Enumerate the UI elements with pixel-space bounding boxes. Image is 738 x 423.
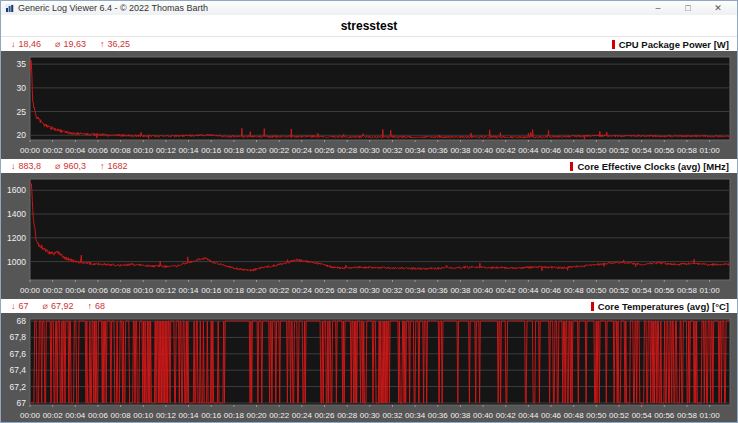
cpu-power-plot[interactable]: 3530252000:0000:0200:0400:0600:0800:1000…	[1, 51, 738, 159]
svg-text:00:38: 00:38	[450, 146, 471, 155]
svg-text:00:44: 00:44	[518, 411, 539, 420]
avg-stat: ⌀67,92	[43, 301, 74, 311]
page-title: stresstest	[341, 19, 398, 33]
core-temps-chart-panel: 6867,867,667,467,26700:0000:0200:0400:06…	[1, 313, 737, 423]
cpu-power-stats: ↓18,46 ⌀19,63 ↑36,25	[11, 39, 130, 49]
core-temps-plot[interactable]: 6867,867,667,467,26700:0000:0200:0400:06…	[1, 313, 738, 423]
cpu-power-legend: CPU Package Power [W]	[612, 39, 729, 50]
svg-text:00:10: 00:10	[133, 411, 154, 420]
svg-text:00:46: 00:46	[541, 146, 562, 155]
core-clocks-stats-bar: ↓883,8 ⌀960,3 ↑1682 Core Effective Clock…	[1, 159, 737, 173]
avg-icon: ⌀	[43, 301, 48, 311]
svg-text:01:00: 01:00	[700, 286, 721, 295]
svg-text:00:28: 00:28	[337, 411, 358, 420]
core-clocks-plot[interactable]: 160014001200100000:0000:0200:0400:0600:0…	[1, 173, 738, 299]
svg-text:00:08: 00:08	[111, 146, 132, 155]
max-stat: ↑1682	[100, 161, 128, 171]
svg-text:00:28: 00:28	[337, 286, 358, 295]
svg-text:00:38: 00:38	[450, 286, 471, 295]
svg-text:00:36: 00:36	[428, 146, 449, 155]
maximize-button[interactable]: □	[673, 1, 703, 15]
svg-text:00:36: 00:36	[428, 286, 449, 295]
avg-value: 960,3	[63, 161, 86, 171]
chart-title-core-clocks: Core Effective Clocks (avg) [MHz]	[577, 161, 729, 172]
avg-value: 19,63	[63, 39, 86, 49]
svg-text:00:30: 00:30	[360, 286, 381, 295]
svg-text:00:26: 00:26	[314, 411, 335, 420]
core-temps-legend: Core Temperatures (avg) [°C]	[591, 301, 729, 312]
max-icon: ↑	[100, 39, 105, 49]
svg-text:00:54: 00:54	[632, 286, 653, 295]
svg-text:00:48: 00:48	[564, 146, 585, 155]
svg-text:00:16: 00:16	[201, 411, 222, 420]
min-value: 883,8	[19, 161, 42, 171]
svg-text:00:32: 00:32	[382, 286, 403, 295]
svg-text:00:12: 00:12	[156, 411, 177, 420]
svg-text:00:42: 00:42	[496, 411, 517, 420]
svg-text:00:20: 00:20	[247, 146, 268, 155]
svg-text:00:12: 00:12	[156, 286, 177, 295]
svg-text:00:20: 00:20	[247, 286, 268, 295]
svg-text:00:50: 00:50	[586, 286, 607, 295]
svg-text:00:18: 00:18	[224, 146, 245, 155]
svg-text:68: 68	[17, 316, 27, 326]
svg-text:00:54: 00:54	[632, 411, 653, 420]
max-stat: ↑68	[87, 301, 105, 311]
svg-text:67,8: 67,8	[9, 332, 26, 342]
svg-text:00:40: 00:40	[473, 286, 494, 295]
svg-text:67,4: 67,4	[9, 365, 26, 375]
series-color-bar-icon	[570, 162, 573, 171]
svg-text:00:40: 00:40	[473, 146, 494, 155]
svg-text:00:48: 00:48	[564, 286, 585, 295]
svg-text:00:02: 00:02	[43, 146, 64, 155]
svg-text:00:10: 00:10	[133, 146, 154, 155]
svg-text:00:52: 00:52	[609, 146, 630, 155]
svg-text:67,6: 67,6	[9, 349, 26, 359]
avg-stat: ⌀960,3	[55, 161, 86, 171]
svg-text:00:24: 00:24	[292, 411, 313, 420]
svg-text:00:02: 00:02	[43, 411, 64, 420]
svg-text:00:42: 00:42	[496, 146, 517, 155]
max-icon: ↑	[87, 301, 92, 311]
svg-text:00:50: 00:50	[586, 146, 607, 155]
svg-text:00:44: 00:44	[518, 146, 539, 155]
svg-text:00:52: 00:52	[609, 286, 630, 295]
svg-text:67: 67	[17, 398, 27, 408]
svg-text:00:40: 00:40	[473, 411, 494, 420]
max-value: 36,25	[107, 39, 130, 49]
svg-text:00:08: 00:08	[111, 286, 132, 295]
series-color-bar-icon	[612, 40, 615, 49]
series-color-bar-icon	[591, 302, 594, 311]
svg-text:00:26: 00:26	[314, 286, 335, 295]
svg-text:00:46: 00:46	[541, 411, 562, 420]
avg-icon: ⌀	[55, 161, 60, 171]
svg-text:00:18: 00:18	[224, 286, 245, 295]
svg-text:1200: 1200	[7, 233, 26, 243]
svg-text:30: 30	[17, 83, 27, 93]
svg-text:00:04: 00:04	[65, 411, 86, 420]
svg-text:1600: 1600	[7, 185, 26, 195]
svg-text:00:56: 00:56	[654, 411, 675, 420]
cpu-power-stats-bar: ↓18,46 ⌀19,63 ↑36,25 CPU Package Power […	[1, 37, 737, 51]
min-stat: ↓67	[11, 301, 29, 311]
svg-text:00:36: 00:36	[428, 411, 449, 420]
svg-text:67,2: 67,2	[9, 382, 26, 392]
min-icon: ↓	[11, 39, 16, 49]
svg-text:00:52: 00:52	[609, 411, 630, 420]
svg-text:00:02: 00:02	[43, 286, 64, 295]
min-value: 67	[19, 301, 29, 311]
core-clocks-stats: ↓883,8 ⌀960,3 ↑1682	[11, 161, 128, 171]
svg-text:00:42: 00:42	[496, 286, 517, 295]
app-window: Generic Log Viewer 6.4 - © 2022 Thomas B…	[0, 0, 738, 423]
svg-text:00:14: 00:14	[179, 411, 200, 420]
svg-text:00:56: 00:56	[654, 286, 675, 295]
svg-text:00:56: 00:56	[654, 146, 675, 155]
minimize-button[interactable]: –	[643, 1, 673, 15]
svg-text:00:08: 00:08	[111, 411, 132, 420]
svg-text:00:22: 00:22	[269, 286, 290, 295]
svg-text:00:32: 00:32	[382, 411, 403, 420]
svg-text:00:06: 00:06	[88, 146, 109, 155]
close-button[interactable]: ✕	[703, 1, 733, 15]
chart-title-core-temps: Core Temperatures (avg) [°C]	[598, 301, 729, 312]
svg-text:00:22: 00:22	[269, 146, 290, 155]
